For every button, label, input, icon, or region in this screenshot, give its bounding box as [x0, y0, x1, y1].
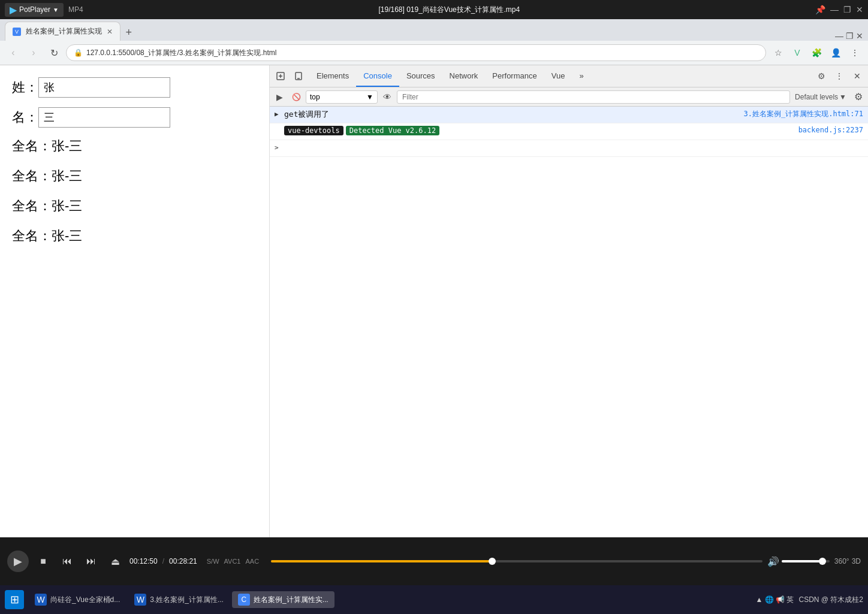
browser-restore[interactable]: ❐ — [846, 31, 854, 41]
devtools-device-icon[interactable] — [290, 68, 307, 84]
bookmark-button[interactable]: ☆ — [770, 44, 786, 61]
console-expand-arrow-1[interactable]: ▶ — [275, 109, 282, 118]
firstname-input[interactable] — [38, 107, 170, 128]
taskbar-item-browser[interactable]: C 姓名案例_计算属性实... — [232, 591, 334, 608]
back-button[interactable]: ‹ — [5, 44, 22, 61]
media-volume-thumb[interactable] — [819, 558, 826, 565]
devtools-right-icons: ⚙ ⋮ ✕ — [813, 68, 868, 84]
tab-network[interactable]: Network — [442, 65, 486, 87]
media-controls: ▶ ■ ⏮ ⏭ ⏏ 00:12:50 / 00:28:21 S/W AVC1 A… — [0, 537, 868, 585]
tab-title: 姓名案例_计算属性实现 — [26, 26, 102, 37]
lock-icon: 🔒 — [74, 49, 83, 57]
tray-icons: ▲ 🌐 📢 英 — [756, 595, 794, 605]
tab-favicon: V — [13, 28, 21, 36]
console-context-select[interactable]: top ▼ — [306, 90, 378, 104]
default-levels-button[interactable]: Default levels ▼ — [792, 92, 849, 102]
console-log-text-1: get被调用了 — [284, 109, 744, 120]
profile-button[interactable]: 👤 — [827, 44, 844, 61]
forward-button[interactable]: › — [25, 44, 42, 61]
surname-input[interactable] — [38, 77, 170, 98]
devtools-settings-button[interactable]: ⚙ — [813, 68, 830, 84]
console-toolbar: ▶ 🚫 top ▼ 👁 Default levels ▼ ⚙ — [270, 87, 868, 107]
console-settings-button[interactable]: ⚙ — [851, 90, 866, 104]
media-total-time: 00:28:21 — [169, 557, 197, 565]
tab-elements[interactable]: Elements — [309, 65, 356, 87]
app-name[interactable]: ▶ PotPlayer ▼ — [5, 3, 64, 17]
start-button[interactable]: ⊞ — [5, 590, 24, 609]
taskbar-tray: ▲ 🌐 📢 英 CSDN @ 符木成桂2 — [756, 595, 863, 605]
context-dropdown-arrow: ▼ — [366, 93, 373, 101]
default-levels-dropdown-icon: ▼ — [839, 93, 846, 101]
address-bar[interactable]: 🔒 127.0.0.1:5500/08_计算属性/3.姓名案例_计算属性实现.h… — [66, 44, 766, 61]
tab-sources[interactable]: Sources — [399, 65, 442, 87]
media-volume-bar[interactable] — [782, 560, 830, 562]
new-tab-button[interactable]: + — [120, 24, 137, 41]
console-arrow-vue — [275, 126, 282, 135]
tab-close-button[interactable]: ✕ — [107, 28, 113, 36]
console-log-row-expand: > — [270, 140, 868, 157]
media-eject-button[interactable]: ⏏ — [106, 552, 125, 571]
console-eye-button[interactable]: 👁 — [380, 90, 394, 104]
browser-tab-active[interactable]: V 姓名案例_计算属性实现 ✕ — [5, 22, 120, 41]
console-content: ▶ get被调用了 3.姓名案例_计算属性实现.html:71 vue-devt… — [270, 107, 868, 567]
firstname-label: 名： — [12, 108, 38, 126]
console-log-row-1: ▶ get被调用了 3.姓名案例_计算属性实现.html:71 — [270, 107, 868, 123]
media-stop-button[interactable]: ■ — [34, 552, 53, 571]
surname-label: 姓： — [12, 78, 38, 96]
console-run-button[interactable]: ▶ — [272, 90, 287, 104]
reload-button[interactable]: ↻ — [46, 44, 62, 61]
media-progress-bar[interactable] — [271, 560, 762, 562]
vue-devtools-badge: vue-devtools — [284, 126, 343, 135]
taskbar-item-label-3: 姓名案例_计算属性实... — [254, 595, 328, 605]
browser-chrome: V 姓名案例_计算属性实现 ✕ + — ❐ ✕ ‹ › ↻ 🔒 127.0.0.… — [0, 19, 868, 65]
media-3d-label[interactable]: 3D — [852, 557, 861, 565]
tab-vue[interactable]: Vue — [544, 65, 572, 87]
media-volume-icon[interactable]: 🔊 — [767, 556, 779, 567]
media-format-label: MP4 — [68, 5, 83, 14]
app-dropdown-icon[interactable]: ▼ — [53, 7, 59, 13]
vue-devtools-icon[interactable]: V — [789, 44, 806, 61]
browser-close[interactable]: ✕ — [856, 31, 863, 41]
main-area: 姓： 名： 全名：张-三 全名：张-三 全名：张-三 全名：张-三 — [0, 65, 868, 567]
taskbar-item-word-1[interactable]: W 尚硅谷_Vue全家桶d... — [29, 591, 126, 608]
media-prev-button[interactable]: ⏮ — [58, 552, 77, 571]
fullname-2: 全名：张-三 — [12, 167, 257, 185]
address-bar-row: ‹ › ↻ 🔒 127.0.0.1:5500/08_计算属性/3.姓名案例_计算… — [0, 41, 868, 65]
close-button[interactable]: ✕ — [856, 5, 863, 14]
console-source-vue[interactable]: backend.js:2237 — [798, 126, 863, 134]
media-progress-fill — [271, 560, 492, 562]
browser-minimize[interactable]: — — [835, 31, 843, 41]
devtools-close-button[interactable]: ✕ — [849, 68, 866, 84]
console-block-button[interactable]: 🚫 — [289, 90, 303, 104]
media-extras: 360° 3D — [834, 557, 861, 565]
tab-more[interactable]: » — [572, 65, 590, 87]
console-source-1[interactable]: 3.姓名案例_计算属性实现.html:71 — [744, 109, 863, 119]
vue-detected-text: Detected Vue v2.6.12 — [346, 126, 440, 135]
taskbar-item-label-1: 尚硅谷_Vue全家桶d... — [50, 595, 120, 605]
browser-menu-button[interactable]: ⋮ — [846, 44, 863, 61]
media-360-label[interactable]: 360° — [834, 557, 849, 565]
taskbar-item-word-2[interactable]: W 3.姓名案例_计算属性... — [128, 591, 230, 608]
tab-performance[interactable]: Performance — [485, 65, 544, 87]
devtools-inspect-icon[interactable] — [272, 68, 289, 84]
console-filter-input[interactable] — [397, 90, 790, 104]
taskbar-browser-icon: C — [238, 594, 250, 606]
minimize-button[interactable]: — — [830, 5, 839, 14]
media-format-sw: S/W — [207, 558, 219, 565]
media-progress-thumb[interactable] — [489, 558, 496, 565]
media-current-time: 00:12:50 — [129, 557, 158, 565]
devtools-tab-section: Elements Console Sources Network Perform… — [309, 65, 813, 87]
devtools-more-button[interactable]: ⋮ — [831, 68, 848, 84]
title-bar-controls: 📌 — ❐ ✕ — [815, 5, 863, 14]
title-bar-title: [19/168] 019_尚硅谷Vue技术_计算属性.mp4 — [88, 5, 810, 15]
context-label: top — [310, 93, 320, 101]
tab-bar: V 姓名案例_计算属性实现 ✕ + — ❐ ✕ — [0, 19, 868, 41]
media-play-button[interactable]: ▶ — [7, 551, 29, 572]
extensions-button[interactable]: 🧩 — [808, 44, 825, 61]
pin-icon[interactable]: 📌 — [815, 5, 825, 14]
media-next-button[interactable]: ⏭ — [82, 552, 101, 571]
restore-button[interactable]: ❐ — [843, 5, 851, 14]
console-expand-arrow-2[interactable]: > — [275, 143, 282, 152]
tab-console[interactable]: Console — [356, 65, 399, 87]
media-format-audio: AAC — [245, 558, 259, 565]
